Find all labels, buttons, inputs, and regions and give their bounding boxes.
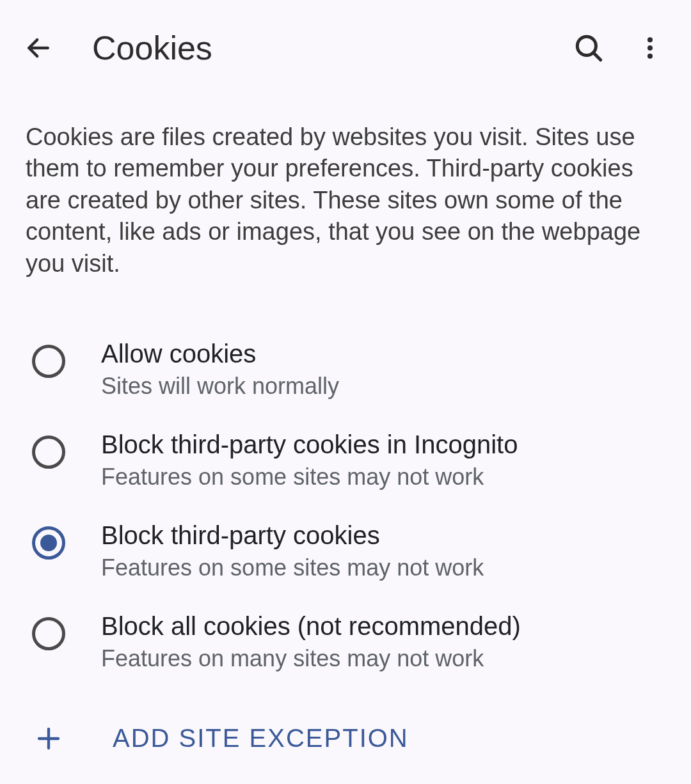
page-title: Cookies (92, 29, 568, 67)
more-vert-icon (636, 34, 664, 62)
option-text: Block third-party cookies in Incognito F… (65, 429, 518, 490)
svg-line-2 (593, 52, 600, 59)
svg-point-3 (647, 37, 653, 42)
app-bar: Cookies (0, 0, 691, 96)
option-allow-cookies[interactable]: Allow cookies Sites will work normally (0, 324, 691, 415)
option-block-third-party-incognito[interactable]: Block third-party cookies in Incognito F… (0, 415, 691, 506)
option-text: Block third-party cookies Features on so… (65, 520, 484, 581)
plus-icon (33, 723, 64, 754)
search-icon (573, 32, 605, 64)
option-label: Block third-party cookies (101, 520, 484, 551)
option-subtext: Sites will work normally (101, 373, 339, 400)
option-text: Block all cookies (not recommended) Feat… (65, 611, 521, 672)
svg-point-4 (647, 45, 653, 51)
option-block-third-party[interactable]: Block third-party cookies Features on so… (0, 506, 691, 597)
back-button[interactable] (20, 30, 56, 66)
option-subtext: Features on some sites may not work (101, 554, 484, 581)
radio-icon (32, 345, 65, 378)
radio-icon (32, 526, 65, 560)
search-button[interactable] (568, 27, 609, 68)
add-site-exception-label: ADD SITE EXCEPTION (64, 724, 409, 753)
option-block-all-cookies[interactable]: Block all cookies (not recommended) Feat… (0, 597, 691, 687)
radio-icon (32, 435, 65, 469)
cookies-description: Cookies are files created by websites yo… (0, 96, 691, 305)
option-label: Allow cookies (101, 338, 339, 369)
radio-icon (32, 617, 65, 650)
svg-point-5 (647, 54, 653, 59)
option-label: Block third-party cookies in Incognito (101, 429, 518, 460)
overflow-menu-button[interactable] (630, 27, 671, 68)
option-subtext: Features on some sites may not work (101, 464, 518, 490)
cookie-options-group: Allow cookies Sites will work normally B… (0, 305, 691, 687)
option-text: Allow cookies Sites will work normally (65, 338, 339, 400)
add-site-exception-button[interactable]: ADD SITE EXCEPTION (0, 687, 691, 773)
arrow-back-icon (24, 34, 52, 62)
option-subtext: Features on many sites may not work (101, 645, 521, 672)
option-label: Block all cookies (not recommended) (101, 611, 521, 641)
